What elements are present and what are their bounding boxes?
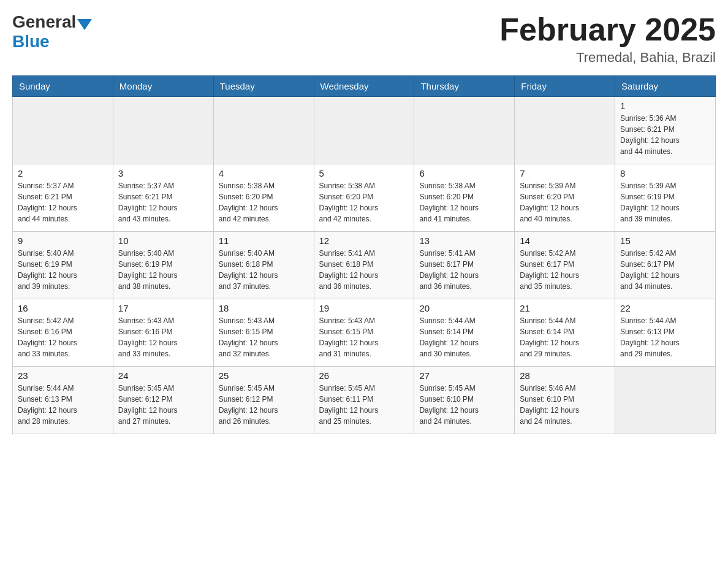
day-number: 10	[118, 236, 208, 246]
calendar-cell: 1Sunrise: 5:36 AMSunset: 6:21 PMDaylight…	[615, 97, 716, 164]
day-info: Sunrise: 5:44 AMSunset: 6:14 PMDaylight:…	[419, 315, 509, 359]
weekday-header-wednesday: Wednesday	[314, 76, 414, 97]
calendar-cell: 4Sunrise: 5:38 AMSunset: 6:20 PMDaylight…	[213, 164, 314, 232]
location-subtitle: Tremedal, Bahia, Brazil	[499, 50, 716, 66]
day-info: Sunrise: 5:44 AMSunset: 6:13 PMDaylight:…	[18, 383, 108, 427]
calendar-cell: 5Sunrise: 5:38 AMSunset: 6:20 PMDaylight…	[314, 164, 414, 232]
day-info: Sunrise: 5:38 AMSunset: 6:20 PMDaylight:…	[319, 180, 409, 224]
day-number: 5	[319, 168, 409, 178]
calendar-week-5: 23Sunrise: 5:44 AMSunset: 6:13 PMDayligh…	[13, 367, 716, 434]
weekday-header-sunday: Sunday	[13, 76, 113, 97]
page-header: General Blue February 2025 Tremedal, Bah…	[12, 12, 716, 66]
calendar-cell: 20Sunrise: 5:44 AMSunset: 6:14 PMDayligh…	[414, 299, 515, 367]
logo-general-text: General	[12, 12, 76, 32]
calendar-cell	[314, 97, 414, 164]
day-number: 11	[219, 236, 309, 246]
calendar-cell: 2Sunrise: 5:37 AMSunset: 6:21 PMDaylight…	[13, 164, 113, 232]
day-info: Sunrise: 5:45 AMSunset: 6:11 PMDaylight:…	[319, 383, 409, 427]
logo-triangle-icon	[77, 19, 92, 30]
day-number: 16	[18, 303, 108, 313]
day-number: 18	[219, 303, 309, 313]
day-number: 24	[118, 370, 208, 381]
calendar-cell: 8Sunrise: 5:39 AMSunset: 6:19 PMDaylight…	[615, 164, 716, 232]
calendar-cell: 12Sunrise: 5:41 AMSunset: 6:18 PMDayligh…	[314, 232, 414, 299]
day-number: 17	[118, 303, 208, 313]
day-info: Sunrise: 5:45 AMSunset: 6:12 PMDaylight:…	[118, 383, 208, 427]
day-number: 15	[620, 236, 710, 246]
calendar-cell: 10Sunrise: 5:40 AMSunset: 6:19 PMDayligh…	[113, 232, 213, 299]
day-number: 3	[118, 168, 208, 178]
calendar-cell: 27Sunrise: 5:45 AMSunset: 6:10 PMDayligh…	[414, 367, 515, 434]
day-info: Sunrise: 5:46 AMSunset: 6:10 PMDaylight:…	[520, 383, 610, 427]
day-info: Sunrise: 5:39 AMSunset: 6:20 PMDaylight:…	[520, 180, 610, 224]
calendar-week-1: 1Sunrise: 5:36 AMSunset: 6:21 PMDaylight…	[13, 97, 716, 164]
weekday-header-monday: Monday	[113, 76, 213, 97]
day-info: Sunrise: 5:38 AMSunset: 6:20 PMDaylight:…	[219, 180, 309, 224]
day-number: 28	[520, 370, 610, 381]
day-info: Sunrise: 5:42 AMSunset: 6:16 PMDaylight:…	[18, 315, 108, 359]
day-info: Sunrise: 5:41 AMSunset: 6:18 PMDaylight:…	[319, 248, 409, 292]
calendar-cell: 28Sunrise: 5:46 AMSunset: 6:10 PMDayligh…	[515, 367, 615, 434]
day-number: 21	[520, 303, 610, 313]
calendar-cell	[213, 97, 314, 164]
day-info: Sunrise: 5:44 AMSunset: 6:14 PMDaylight:…	[520, 315, 610, 359]
calendar-cell: 19Sunrise: 5:43 AMSunset: 6:15 PMDayligh…	[314, 299, 414, 367]
calendar-cell: 13Sunrise: 5:41 AMSunset: 6:17 PMDayligh…	[414, 232, 515, 299]
calendar-cell	[13, 97, 113, 164]
day-info: Sunrise: 5:41 AMSunset: 6:17 PMDaylight:…	[419, 248, 509, 292]
day-info: Sunrise: 5:37 AMSunset: 6:21 PMDaylight:…	[118, 180, 208, 224]
day-number: 25	[219, 370, 309, 381]
calendar-cell: 23Sunrise: 5:44 AMSunset: 6:13 PMDayligh…	[13, 367, 113, 434]
calendar-cell: 3Sunrise: 5:37 AMSunset: 6:21 PMDaylight…	[113, 164, 213, 232]
day-info: Sunrise: 5:45 AMSunset: 6:12 PMDaylight:…	[219, 383, 309, 427]
day-number: 19	[319, 303, 409, 313]
calendar-week-4: 16Sunrise: 5:42 AMSunset: 6:16 PMDayligh…	[13, 299, 716, 367]
weekday-header-thursday: Thursday	[414, 76, 515, 97]
day-number: 1	[620, 101, 710, 111]
day-number: 27	[419, 370, 509, 381]
day-info: Sunrise: 5:44 AMSunset: 6:13 PMDaylight:…	[620, 315, 710, 359]
month-title: February 2025	[499, 12, 716, 47]
weekday-header-friday: Friday	[515, 76, 615, 97]
logo-blue-text: Blue	[12, 32, 50, 52]
calendar-cell: 16Sunrise: 5:42 AMSunset: 6:16 PMDayligh…	[13, 299, 113, 367]
day-number: 20	[419, 303, 509, 313]
calendar-cell: 17Sunrise: 5:43 AMSunset: 6:16 PMDayligh…	[113, 299, 213, 367]
day-number: 22	[620, 303, 710, 313]
day-number: 12	[319, 236, 409, 246]
day-info: Sunrise: 5:39 AMSunset: 6:19 PMDaylight:…	[620, 180, 710, 224]
calendar-cell: 7Sunrise: 5:39 AMSunset: 6:20 PMDaylight…	[515, 164, 615, 232]
day-info: Sunrise: 5:45 AMSunset: 6:10 PMDaylight:…	[419, 383, 509, 427]
day-number: 13	[419, 236, 509, 246]
day-number: 14	[520, 236, 610, 246]
calendar-week-2: 2Sunrise: 5:37 AMSunset: 6:21 PMDaylight…	[13, 164, 716, 232]
calendar-cell: 6Sunrise: 5:38 AMSunset: 6:20 PMDaylight…	[414, 164, 515, 232]
day-number: 2	[18, 168, 108, 178]
day-number: 8	[620, 168, 710, 178]
calendar-cell	[414, 97, 515, 164]
day-info: Sunrise: 5:43 AMSunset: 6:15 PMDaylight:…	[219, 315, 309, 359]
day-number: 26	[319, 370, 409, 381]
calendar-week-3: 9Sunrise: 5:40 AMSunset: 6:19 PMDaylight…	[13, 232, 716, 299]
weekday-header-saturday: Saturday	[615, 76, 716, 97]
calendar-cell: 25Sunrise: 5:45 AMSunset: 6:12 PMDayligh…	[213, 367, 314, 434]
day-info: Sunrise: 5:40 AMSunset: 6:18 PMDaylight:…	[219, 248, 309, 292]
day-info: Sunrise: 5:42 AMSunset: 6:17 PMDaylight:…	[520, 248, 610, 292]
day-info: Sunrise: 5:37 AMSunset: 6:21 PMDaylight:…	[18, 180, 108, 224]
logo-text: General	[12, 12, 92, 32]
calendar-header-row: SundayMondayTuesdayWednesdayThursdayFrid…	[13, 76, 716, 97]
calendar-cell: 9Sunrise: 5:40 AMSunset: 6:19 PMDaylight…	[13, 232, 113, 299]
weekday-header-tuesday: Tuesday	[213, 76, 314, 97]
calendar-cell: 26Sunrise: 5:45 AMSunset: 6:11 PMDayligh…	[314, 367, 414, 434]
calendar-cell	[515, 97, 615, 164]
day-number: 4	[219, 168, 309, 178]
calendar-cell: 22Sunrise: 5:44 AMSunset: 6:13 PMDayligh…	[615, 299, 716, 367]
calendar-cell: 15Sunrise: 5:42 AMSunset: 6:17 PMDayligh…	[615, 232, 716, 299]
day-info: Sunrise: 5:43 AMSunset: 6:15 PMDaylight:…	[319, 315, 409, 359]
calendar-cell: 18Sunrise: 5:43 AMSunset: 6:15 PMDayligh…	[213, 299, 314, 367]
title-section: February 2025 Tremedal, Bahia, Brazil	[499, 12, 716, 66]
day-number: 23	[18, 370, 108, 381]
day-info: Sunrise: 5:38 AMSunset: 6:20 PMDaylight:…	[419, 180, 509, 224]
logo: General Blue	[12, 12, 92, 52]
day-info: Sunrise: 5:36 AMSunset: 6:21 PMDaylight:…	[620, 113, 710, 157]
